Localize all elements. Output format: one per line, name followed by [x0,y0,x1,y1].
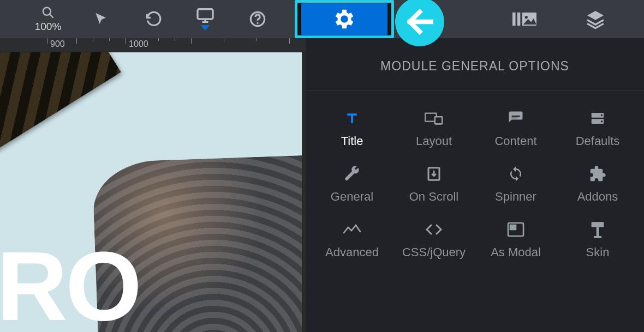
horizontal-ruler: 900 1000 [0,38,306,52]
pointer-tool[interactable] [74,0,127,38]
option-as-modal[interactable]: As Modal [475,220,557,259]
modal-icon [506,220,525,239]
toolbar-right-group [489,0,644,38]
help-icon [249,10,266,28]
option-label: As Modal [491,245,541,259]
module-options-panel: MODULE GENERAL OPTIONS Title Layout Cont… [306,38,644,332]
option-css-jquery[interactable]: CSS/jQuery [393,220,475,259]
pointer-icon [92,11,109,27]
option-skin[interactable]: Skin [557,220,639,259]
svg-point-6 [257,22,258,24]
canvas-area: 900 1000 RO [0,38,306,332]
undo-icon [144,10,162,28]
option-defaults[interactable]: Defaults [557,109,639,148]
slides-tool[interactable] [489,0,560,38]
option-label: Spinner [495,190,536,204]
device-tool[interactable] [179,0,231,38]
option-label: Defaults [576,134,620,148]
panel-title: MODULE GENERAL OPTIONS [306,38,644,90]
option-label: Content [494,134,536,148]
settings-button[interactable] [301,3,387,35]
search-icon [41,5,55,20]
svg-point-0 [43,8,51,15]
option-label: CSS/jQuery [402,245,466,259]
desktop-icon [196,8,214,23]
top-toolbar: 100% [0,0,644,38]
puzzle-icon [588,165,607,183]
layout-icon [425,109,443,128]
layers-tool[interactable] [560,0,631,38]
option-label: Addons [577,190,618,204]
svg-rect-2 [198,9,213,19]
option-label: Title [341,134,363,148]
title-icon [343,109,361,128]
slide-overlay-text: RO [0,237,140,332]
option-spinner[interactable]: Spinner [475,165,557,204]
svg-point-19 [601,120,603,123]
svg-rect-14 [435,117,442,124]
svg-rect-22 [510,225,516,230]
ruler-mark: 900 [50,39,65,49]
option-label: On Scroll [409,190,458,204]
zoom-tool[interactable]: 100% [22,0,74,38]
spinner-icon [506,165,525,183]
advanced-icon [343,220,361,239]
help-tool[interactable] [231,0,284,38]
ruler-mark: 1000 [129,39,148,49]
svg-rect-23 [592,222,604,227]
options-grid: Title Layout Content Defaults [306,104,644,259]
option-on-scroll[interactable]: On Scroll [393,165,475,204]
onscroll-icon [425,165,443,183]
slide-preview[interactable]: RO [0,52,302,332]
svg-rect-9 [517,13,521,26]
svg-point-17 [601,114,603,117]
panel-divider [306,90,644,90]
layers-icon [585,8,606,30]
option-addons[interactable]: Addons [557,165,639,204]
option-title[interactable]: Title [311,109,393,148]
option-content[interactable]: Content [475,109,557,148]
arrow-left-icon [403,5,437,39]
editor-body: 900 1000 RO MODULE GENERAL OPTIONS [0,38,644,332]
dropdown-caret-icon [201,25,210,31]
option-general[interactable]: General [311,165,393,204]
zoom-level-label: 100% [35,21,62,33]
wrench-icon [343,165,361,183]
defaults-icon [588,109,607,128]
svg-point-11 [525,16,528,19]
gear-icon [332,7,357,32]
option-label: Layout [416,134,452,148]
code-icon [425,220,443,239]
svg-rect-8 [512,13,516,26]
option-label: Advanced [325,245,379,259]
slides-icon [512,11,536,27]
option-label: Skin [586,245,610,259]
option-layout[interactable]: Layout [393,109,475,148]
content-icon [506,109,525,128]
skin-icon [588,220,607,239]
svg-rect-24 [597,227,599,237]
foreground-board [0,52,121,170]
undo-tool[interactable] [127,0,179,38]
svg-line-1 [50,14,53,18]
option-label: General [331,190,373,204]
option-advanced[interactable]: Advanced [311,220,393,259]
settings-button-highlight [295,0,394,38]
